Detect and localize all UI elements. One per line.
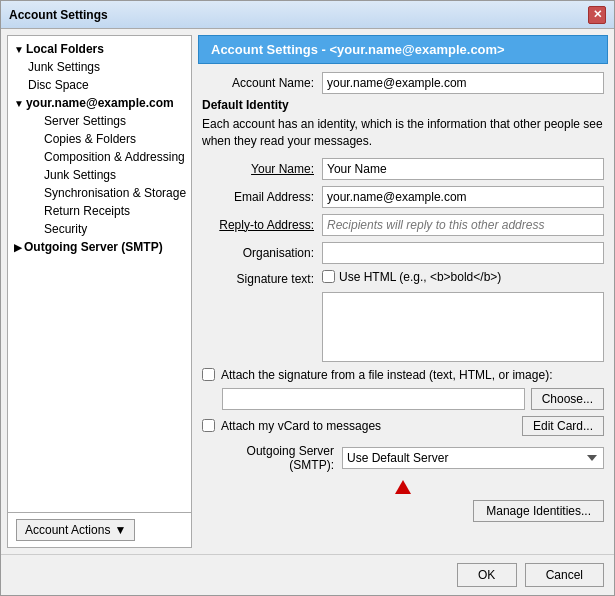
window-title: Account Settings bbox=[9, 8, 108, 22]
bottom-bar: OK Cancel bbox=[1, 554, 614, 595]
right-panel: Account Settings - <your.name@example.co… bbox=[198, 35, 608, 548]
account-name-row: Account Name: bbox=[202, 72, 604, 94]
use-html-row: Use HTML (e.g., <b>bold</b>) bbox=[322, 270, 604, 284]
attach-file-section: Attach the signature from a file instead… bbox=[202, 368, 604, 410]
account-actions-button[interactable]: Account Actions ▼ bbox=[16, 519, 135, 541]
organisation-label: Organisation: bbox=[202, 246, 322, 260]
vcard-label: Attach my vCard to messages bbox=[221, 419, 381, 433]
attach-file-row: Attach the signature from a file instead… bbox=[202, 368, 604, 382]
sidebar-item-junk-settings-local[interactable]: Junk Settings bbox=[8, 58, 191, 76]
signature-label: Signature text: bbox=[202, 270, 322, 286]
account-settings-window: Account Settings ✕ ▼ Local Folders Junk … bbox=[0, 0, 615, 596]
sidebar-item-synchronisation-storage[interactable]: Synchronisation & Storage bbox=[8, 184, 191, 202]
settings-content: Account Name: Default Identity Each acco… bbox=[198, 72, 608, 548]
reply-to-label: Reply-to Address: bbox=[202, 218, 322, 232]
use-html-checkbox[interactable] bbox=[322, 270, 335, 283]
manage-identities-row: Manage Identities... bbox=[202, 500, 604, 522]
ok-button[interactable]: OK bbox=[457, 563, 517, 587]
sidebar-item-security[interactable]: Security bbox=[8, 220, 191, 238]
account-name-input[interactable] bbox=[322, 72, 604, 94]
left-panel: ▼ Local Folders Junk Settings Disc Space… bbox=[7, 35, 192, 548]
manage-identities-button[interactable]: Manage Identities... bbox=[473, 500, 604, 522]
panel-header: Account Settings - <your.name@example.co… bbox=[198, 35, 608, 64]
sidebar-item-disc-space[interactable]: Disc Space bbox=[8, 76, 191, 94]
sidebar-item-copies-folders[interactable]: Copies & Folders bbox=[8, 130, 191, 148]
default-identity-title: Default Identity bbox=[202, 98, 604, 112]
use-html-label: Use HTML (e.g., <b>bold</b>) bbox=[339, 270, 501, 284]
signature-row: Signature text: Use HTML (e.g., <b>bold<… bbox=[202, 270, 604, 362]
local-folders-label: Local Folders bbox=[26, 42, 104, 56]
tree-view: ▼ Local Folders Junk Settings Disc Space… bbox=[8, 36, 191, 512]
smtp-row: Outgoing Server (SMTP): Use Default Serv… bbox=[202, 444, 604, 472]
content-area: ▼ Local Folders Junk Settings Disc Space… bbox=[1, 29, 614, 554]
signature-textarea[interactable] bbox=[322, 292, 604, 362]
vcard-checkbox[interactable] bbox=[202, 419, 215, 432]
sidebar-item-account[interactable]: ▼ your.name@example.com bbox=[8, 94, 191, 112]
sidebar-item-return-receipts[interactable]: Return Receipts bbox=[8, 202, 191, 220]
outgoing-server-label: Outgoing Server (SMTP) bbox=[24, 240, 163, 254]
sidebar-item-server-settings[interactable]: Server Settings bbox=[8, 112, 191, 130]
sidebar-item-junk-settings[interactable]: Junk Settings bbox=[8, 166, 191, 184]
default-identity-desc: Each account has an identity, which is t… bbox=[202, 116, 604, 150]
email-label: Email Address: bbox=[202, 190, 322, 204]
sidebar-item-outgoing-server[interactable]: ▶ Outgoing Server (SMTP) bbox=[8, 238, 191, 256]
account-label: your.name@example.com bbox=[26, 96, 174, 110]
your-name-input[interactable] bbox=[322, 158, 604, 180]
edit-card-button[interactable]: Edit Card... bbox=[522, 416, 604, 436]
sidebar-item-composition-addressing[interactable]: Composition & Addressing bbox=[8, 148, 191, 166]
vcard-row: Attach my vCard to messages Edit Card... bbox=[202, 416, 604, 436]
smtp-label: Outgoing Server (SMTP): bbox=[202, 444, 342, 472]
signature-options: Use HTML (e.g., <b>bold</b>) bbox=[322, 270, 604, 362]
cancel-button[interactable]: Cancel bbox=[525, 563, 604, 587]
account-actions-bar: Account Actions ▼ bbox=[8, 512, 191, 547]
attach-file-label: Attach the signature from a file instead… bbox=[221, 368, 552, 382]
your-name-row: Your Name: bbox=[202, 158, 604, 180]
smtp-select[interactable]: Use Default Server bbox=[342, 447, 604, 469]
email-address-row: Email Address: bbox=[202, 186, 604, 208]
account-actions-arrow: ▼ bbox=[114, 523, 126, 537]
arrow-indicator bbox=[202, 480, 604, 494]
account-actions-label: Account Actions bbox=[25, 523, 110, 537]
expand-arrow-smtp: ▶ bbox=[14, 242, 22, 253]
up-arrow-icon bbox=[395, 480, 411, 494]
your-name-label: Your Name: bbox=[202, 162, 322, 176]
expand-arrow-local: ▼ bbox=[14, 44, 24, 55]
expand-arrow-account: ▼ bbox=[14, 98, 24, 109]
account-name-label: Account Name: bbox=[202, 76, 322, 90]
organisation-row: Organisation: bbox=[202, 242, 604, 264]
close-button[interactable]: ✕ bbox=[588, 6, 606, 24]
reply-to-row: Reply-to Address: bbox=[202, 214, 604, 236]
email-input[interactable] bbox=[322, 186, 604, 208]
organisation-input[interactable] bbox=[322, 242, 604, 264]
attach-file-checkbox[interactable] bbox=[202, 368, 215, 381]
reply-to-input[interactable] bbox=[322, 214, 604, 236]
sidebar-item-local-folders[interactable]: ▼ Local Folders bbox=[8, 40, 191, 58]
choose-button[interactable]: Choose... bbox=[531, 388, 604, 410]
title-bar: Account Settings ✕ bbox=[1, 1, 614, 29]
attach-file-input[interactable] bbox=[222, 388, 525, 410]
